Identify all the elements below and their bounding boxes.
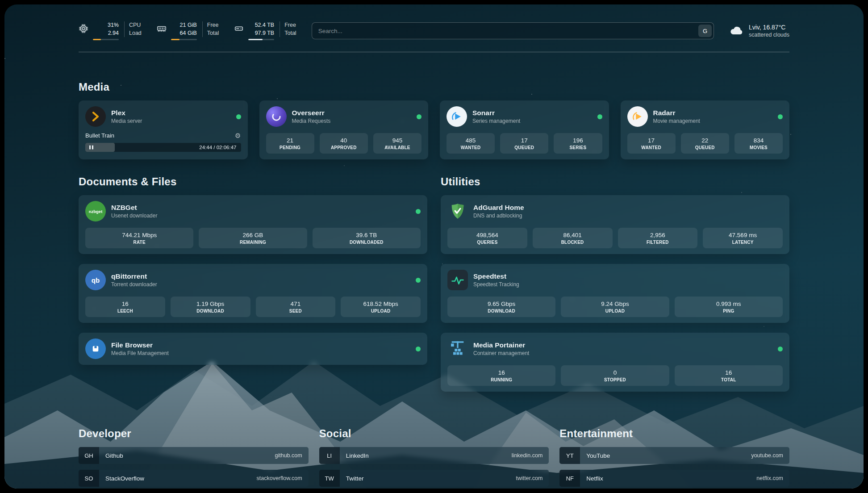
service-subtitle: Series management: [472, 118, 520, 124]
status-dot: [416, 209, 421, 214]
service-subtitle: Container management: [473, 350, 529, 356]
memory-progress-bar: [171, 39, 197, 40]
stat-approved: 40 APPROVED: [320, 133, 368, 154]
bookmark-abbr: TW: [319, 470, 340, 487]
service-subtitle: Media File Management: [111, 350, 169, 356]
social-section-title: Social: [319, 427, 549, 440]
memory-free-label: Free: [207, 21, 219, 29]
section-media: Media Plex Media server Bullet: [79, 81, 789, 159]
stat-movies: 834 MOVIES: [734, 133, 783, 154]
adguard-shield-icon: [447, 201, 468, 221]
status-dot: [778, 347, 783, 351]
status-dot: [778, 114, 783, 119]
settings-gear-icon[interactable]: ⚙: [235, 132, 241, 139]
bookmark-linkedin[interactable]: LI LinkedIn linkedin.com: [319, 447, 549, 464]
status-dot: [416, 347, 421, 351]
service-name: Speedtest: [473, 272, 519, 280]
cpu-resource-widget: 31% 2.94 CPU Load: [79, 21, 142, 40]
adguard-card[interactable]: AdGuard Home DNS and adblocking 498,564 …: [441, 195, 789, 254]
disk-total-label: Total: [284, 29, 296, 38]
playback-time: 24:44 / 02:06:47: [199, 145, 236, 150]
service-name: NZBGet: [111, 204, 157, 212]
entertainment-section-title: Entertainment: [559, 427, 789, 440]
service-name: Radarr: [653, 109, 700, 117]
service-subtitle: Usenet downloader: [111, 213, 157, 219]
stat-rate: 744.21 Mbps RATE: [85, 228, 193, 248]
media-section-title: Media: [79, 81, 789, 93]
bookmark-url: netflix.com: [756, 475, 783, 481]
radarr-icon: [627, 106, 648, 127]
filebrowser-card[interactable]: File Browser Media File Management: [79, 333, 427, 365]
service-subtitle: Torrent downloader: [111, 281, 157, 288]
bookmark-name: Twitter: [346, 475, 364, 482]
memory-free-value: 21 GiB: [180, 21, 197, 29]
stat-filtered: 2,956 FILTERED: [618, 228, 698, 248]
stat-running: 16 RUNNING: [447, 365, 555, 386]
weather-location: Lviv, 16.87°C: [749, 24, 789, 31]
stat-pending: 21 PENDING: [266, 133, 314, 154]
bookmark-github[interactable]: GH Github github.com: [79, 447, 309, 464]
disk-free-label: Free: [284, 21, 296, 29]
bookmark-name: Github: [105, 452, 123, 459]
portainer-card[interactable]: Media Portainer Container management 16 …: [441, 333, 789, 392]
qbittorrent-card[interactable]: qb qBittorrent Torrent downloader 16 LEE…: [79, 264, 427, 323]
sonarr-card[interactable]: Sonarr Series management 485 WANTED 17 Q…: [440, 100, 609, 159]
bookmark-url: twitter.com: [516, 475, 543, 481]
cpu-usage-value: 31%: [108, 21, 119, 29]
status-dot: [416, 278, 421, 283]
playback-progress-bar[interactable]: 24:44 / 02:06:47: [85, 143, 241, 152]
disk-free-value: 52.4 TB: [255, 21, 275, 29]
service-name: Media Portainer: [473, 341, 529, 349]
section-social: Social LI LinkedIn linkedin.com TW Twitt…: [319, 427, 549, 489]
bookmark-stackoverflow[interactable]: SO StackOverflow stackoverflow.com: [79, 470, 309, 487]
sonarr-icon: [447, 106, 467, 127]
bookmark-youtube[interactable]: YT YouTube youtube.com: [559, 447, 789, 464]
disk-progress-bar: [248, 39, 274, 40]
disk-icon: [234, 24, 244, 33]
overseerr-card[interactable]: Overseerr Media Requests 21 PENDING 40 A…: [259, 100, 429, 159]
stat-queued: 22 QUEUED: [681, 133, 729, 154]
bookmark-name: StackOverflow: [105, 475, 144, 482]
plex-card[interactable]: Plex Media server Bullet Train ⚙ 24:44 /…: [79, 100, 248, 159]
stat-queries: 498,564 QUERIES: [447, 228, 527, 248]
memory-total-label: Total: [207, 29, 219, 38]
bookmark-abbr: YT: [559, 447, 580, 464]
bookmark-twitter[interactable]: TW Twitter twitter.com: [319, 470, 549, 487]
service-name: AdGuard Home: [473, 204, 524, 212]
utilities-section-title: Utilities: [441, 175, 789, 188]
service-name: Sonarr: [472, 109, 520, 117]
cpu-load-label: Load: [129, 29, 142, 38]
status-dot: [417, 114, 421, 119]
now-playing-title: Bullet Train: [85, 132, 114, 139]
bookmark-netflix[interactable]: NF Netflix netflix.com: [559, 470, 789, 487]
stat-downloaded: 39.6 TB DOWNLOADED: [313, 228, 421, 248]
stat-available: 945 AVAILABLE: [373, 133, 421, 154]
stat-stopped: 0 STOPPED: [561, 365, 669, 386]
portainer-crane-icon: [447, 338, 468, 359]
bookmark-name: LinkedIn: [346, 452, 369, 459]
bookmark-url: stackoverflow.com: [257, 475, 302, 481]
speedtest-card[interactable]: Speedtest Speedtest Tracking 9.65 Gbps D…: [441, 264, 789, 323]
service-name: qBittorrent: [111, 272, 157, 280]
stat-total: 16 TOTAL: [675, 365, 783, 386]
bookmark-abbr: LI: [319, 447, 340, 464]
developer-section-title: Developer: [79, 427, 309, 440]
overseerr-icon: [266, 106, 287, 127]
system-resources: 31% 2.94 CPU Load: [79, 21, 296, 40]
status-dot: [597, 114, 602, 119]
service-subtitle: Speedtest Tracking: [473, 281, 519, 288]
search-input[interactable]: [312, 22, 714, 39]
nzbget-icon: nzbget: [85, 201, 106, 221]
radarr-card[interactable]: Radarr Movie management 17 WANTED 22 QUE…: [621, 100, 790, 159]
nzbget-icon-text: nzbget: [89, 209, 103, 214]
cpu-icon: [79, 24, 88, 33]
section-utilities: Utilities AdGuard Home DNS and: [441, 175, 789, 401]
pause-icon[interactable]: [89, 146, 93, 150]
stat-series: 196 SERIES: [554, 133, 602, 154]
service-subtitle: DNS and adblocking: [473, 213, 524, 219]
search-provider-button[interactable]: G: [698, 25, 712, 37]
stat-queued: 17 QUEUED: [500, 133, 548, 154]
dashboard-window: 31% 2.94 CPU Load: [4, 4, 864, 489]
search-box: G: [312, 22, 714, 39]
nzbget-card[interactable]: nzbget NZBGet Usenet downloader 744.21 M…: [79, 195, 427, 254]
